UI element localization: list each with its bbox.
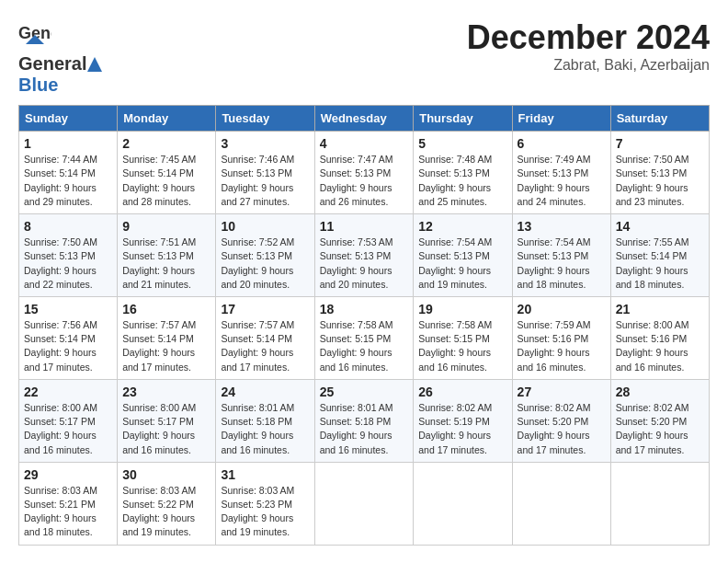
day-info: Sunrise: 7:52 AM Sunset: 5:13 PM Dayligh… bbox=[221, 236, 309, 292]
day-number: 30 bbox=[122, 467, 210, 482]
day-info: Sunrise: 7:46 AM Sunset: 5:13 PM Dayligh… bbox=[221, 153, 309, 209]
day-number: 2 bbox=[122, 136, 210, 151]
day-number: 7 bbox=[616, 136, 704, 151]
day-number: 14 bbox=[616, 219, 704, 234]
day-cell-18: 18 Sunrise: 7:58 AM Sunset: 5:15 PM Dayl… bbox=[314, 297, 414, 380]
logo: General General Blue bbox=[18, 18, 102, 96]
day-info: Sunrise: 8:01 AM Sunset: 5:18 PM Dayligh… bbox=[221, 401, 309, 457]
day-number: 24 bbox=[221, 385, 309, 399]
header: General General Blue December 2024 Zabra… bbox=[18, 18, 710, 96]
day-info: Sunrise: 7:57 AM Sunset: 5:14 PM Dayligh… bbox=[122, 318, 210, 374]
day-number: 9 bbox=[122, 219, 210, 234]
empty-cell bbox=[512, 462, 610, 545]
day-number: 10 bbox=[221, 219, 309, 234]
day-cell-23: 23 Sunrise: 8:00 AM Sunset: 5:17 PM Dayl… bbox=[118, 379, 216, 462]
day-info: Sunrise: 8:03 AM Sunset: 5:22 PM Dayligh… bbox=[122, 484, 210, 540]
day-info: Sunrise: 7:47 AM Sunset: 5:13 PM Dayligh… bbox=[320, 153, 409, 209]
day-number: 16 bbox=[122, 302, 210, 316]
day-number: 5 bbox=[418, 136, 506, 151]
day-number: 17 bbox=[221, 302, 309, 316]
week-row-1: 1 Sunrise: 7:44 AM Sunset: 5:14 PM Dayli… bbox=[19, 132, 710, 214]
empty-cell bbox=[314, 462, 414, 545]
empty-cell bbox=[610, 462, 709, 545]
svg-marker-3 bbox=[87, 57, 102, 72]
day-number: 23 bbox=[122, 385, 210, 399]
day-info: Sunrise: 7:50 AM Sunset: 5:13 PM Dayligh… bbox=[24, 236, 112, 292]
day-number: 25 bbox=[320, 385, 409, 399]
calendar-table: SundayMondayTuesdayWednesdayThursdayFrid… bbox=[18, 105, 710, 545]
day-cell-2: 2 Sunrise: 7:45 AM Sunset: 5:14 PM Dayli… bbox=[118, 132, 216, 214]
day-cell-29: 29 Sunrise: 8:03 AM Sunset: 5:21 PM Dayl… bbox=[19, 462, 118, 545]
day-cell-24: 24 Sunrise: 8:01 AM Sunset: 5:18 PM Dayl… bbox=[216, 379, 314, 462]
day-cell-27: 27 Sunrise: 8:02 AM Sunset: 5:20 PM Dayl… bbox=[512, 379, 610, 462]
day-cell-22: 22 Sunrise: 8:00 AM Sunset: 5:17 PM Dayl… bbox=[19, 379, 118, 462]
day-info: Sunrise: 8:02 AM Sunset: 5:19 PM Dayligh… bbox=[418, 401, 506, 457]
week-row-2: 8 Sunrise: 7:50 AM Sunset: 5:13 PM Dayli… bbox=[19, 214, 710, 297]
day-info: Sunrise: 7:54 AM Sunset: 5:13 PM Dayligh… bbox=[518, 236, 606, 292]
day-info: Sunrise: 7:59 AM Sunset: 5:16 PM Dayligh… bbox=[518, 318, 606, 374]
week-row-5: 29 Sunrise: 8:03 AM Sunset: 5:21 PM Dayl… bbox=[19, 462, 710, 545]
logo-general: General bbox=[18, 53, 86, 74]
day-info: Sunrise: 7:57 AM Sunset: 5:14 PM Dayligh… bbox=[221, 318, 309, 374]
day-number: 19 bbox=[418, 302, 506, 316]
day-cell-1: 1 Sunrise: 7:44 AM Sunset: 5:14 PM Dayli… bbox=[19, 132, 118, 214]
day-cell-19: 19 Sunrise: 7:58 AM Sunset: 5:15 PM Dayl… bbox=[414, 297, 512, 380]
day-info: Sunrise: 7:53 AM Sunset: 5:13 PM Dayligh… bbox=[320, 236, 409, 292]
day-cell-8: 8 Sunrise: 7:50 AM Sunset: 5:13 PM Dayli… bbox=[19, 214, 118, 297]
day-number: 3 bbox=[221, 136, 309, 151]
day-number: 26 bbox=[418, 385, 506, 399]
day-info: Sunrise: 7:56 AM Sunset: 5:14 PM Dayligh… bbox=[24, 318, 112, 374]
day-info: Sunrise: 7:58 AM Sunset: 5:15 PM Dayligh… bbox=[320, 318, 409, 374]
day-number: 18 bbox=[320, 302, 409, 316]
day-number: 22 bbox=[24, 385, 112, 399]
day-number: 13 bbox=[518, 219, 606, 234]
day-number: 29 bbox=[24, 467, 112, 482]
day-cell-11: 11 Sunrise: 7:53 AM Sunset: 5:13 PM Dayl… bbox=[314, 214, 414, 297]
day-cell-20: 20 Sunrise: 7:59 AM Sunset: 5:16 PM Dayl… bbox=[512, 297, 610, 380]
day-cell-6: 6 Sunrise: 7:49 AM Sunset: 5:13 PM Dayli… bbox=[512, 132, 610, 214]
weekday-tuesday: Tuesday bbox=[216, 106, 314, 132]
day-cell-26: 26 Sunrise: 8:02 AM Sunset: 5:19 PM Dayl… bbox=[414, 379, 512, 462]
day-cell-4: 4 Sunrise: 7:47 AM Sunset: 5:13 PM Dayli… bbox=[314, 132, 414, 214]
weekday-friday: Friday bbox=[512, 106, 610, 132]
day-info: Sunrise: 8:03 AM Sunset: 5:23 PM Dayligh… bbox=[221, 484, 309, 540]
logo-icon: General bbox=[18, 18, 51, 52]
week-row-3: 15 Sunrise: 7:56 AM Sunset: 5:14 PM Dayl… bbox=[19, 297, 710, 380]
day-cell-25: 25 Sunrise: 8:01 AM Sunset: 5:18 PM Dayl… bbox=[314, 379, 414, 462]
weekday-thursday: Thursday bbox=[414, 106, 512, 132]
day-info: Sunrise: 7:54 AM Sunset: 5:13 PM Dayligh… bbox=[418, 236, 506, 292]
day-info: Sunrise: 7:55 AM Sunset: 5:14 PM Dayligh… bbox=[616, 236, 704, 292]
week-row-4: 22 Sunrise: 8:00 AM Sunset: 5:17 PM Dayl… bbox=[19, 379, 710, 462]
weekday-sunday: Sunday bbox=[19, 106, 118, 132]
weekday-saturday: Saturday bbox=[610, 106, 709, 132]
day-info: Sunrise: 8:00 AM Sunset: 5:17 PM Dayligh… bbox=[122, 401, 210, 457]
day-number: 4 bbox=[320, 136, 409, 151]
day-cell-31: 31 Sunrise: 8:03 AM Sunset: 5:23 PM Dayl… bbox=[216, 462, 314, 545]
day-number: 15 bbox=[24, 302, 112, 316]
day-cell-21: 21 Sunrise: 8:00 AM Sunset: 5:16 PM Dayl… bbox=[610, 297, 709, 380]
empty-cell bbox=[414, 462, 512, 545]
day-cell-10: 10 Sunrise: 7:52 AM Sunset: 5:13 PM Dayl… bbox=[216, 214, 314, 297]
day-info: Sunrise: 7:44 AM Sunset: 5:14 PM Dayligh… bbox=[24, 153, 112, 209]
weekday-header-row: SundayMondayTuesdayWednesdayThursdayFrid… bbox=[19, 106, 710, 132]
day-cell-30: 30 Sunrise: 8:03 AM Sunset: 5:22 PM Dayl… bbox=[118, 462, 216, 545]
day-info: Sunrise: 8:00 AM Sunset: 5:16 PM Dayligh… bbox=[616, 318, 704, 374]
day-number: 11 bbox=[320, 219, 409, 234]
month-title: December 2024 bbox=[467, 18, 710, 57]
day-info: Sunrise: 7:50 AM Sunset: 5:13 PM Dayligh… bbox=[616, 153, 704, 209]
day-info: Sunrise: 8:02 AM Sunset: 5:20 PM Dayligh… bbox=[518, 401, 606, 457]
day-number: 8 bbox=[24, 219, 112, 234]
weekday-monday: Monday bbox=[118, 106, 216, 132]
day-info: Sunrise: 7:49 AM Sunset: 5:13 PM Dayligh… bbox=[518, 153, 606, 209]
day-cell-14: 14 Sunrise: 7:55 AM Sunset: 5:14 PM Dayl… bbox=[610, 214, 709, 297]
day-number: 1 bbox=[24, 136, 112, 151]
day-number: 12 bbox=[418, 219, 506, 234]
day-cell-13: 13 Sunrise: 7:54 AM Sunset: 5:13 PM Dayl… bbox=[512, 214, 610, 297]
day-cell-17: 17 Sunrise: 7:57 AM Sunset: 5:14 PM Dayl… bbox=[216, 297, 314, 380]
day-info: Sunrise: 7:48 AM Sunset: 5:13 PM Dayligh… bbox=[418, 153, 506, 209]
day-number: 21 bbox=[616, 302, 704, 316]
day-cell-9: 9 Sunrise: 7:51 AM Sunset: 5:13 PM Dayli… bbox=[118, 214, 216, 297]
day-cell-28: 28 Sunrise: 8:02 AM Sunset: 5:20 PM Dayl… bbox=[610, 379, 709, 462]
location-title: Zabrat, Baki, Azerbaijan bbox=[467, 57, 710, 74]
day-cell-3: 3 Sunrise: 7:46 AM Sunset: 5:13 PM Dayli… bbox=[216, 132, 314, 214]
